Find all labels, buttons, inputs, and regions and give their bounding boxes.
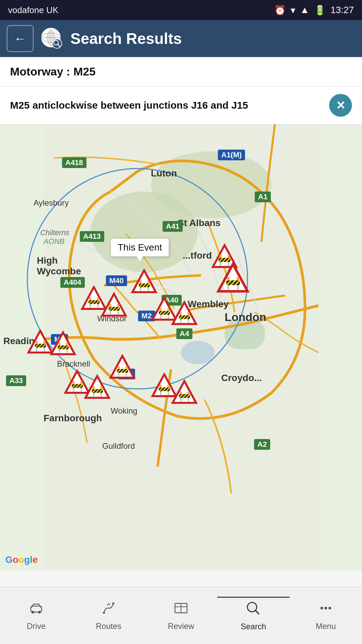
page-title: Search Results xyxy=(70,30,182,48)
svg-text:🚧: 🚧 xyxy=(57,341,70,354)
construction-sign-12[interactable]: 🚧 xyxy=(84,374,111,401)
svg-text:🚧: 🚧 xyxy=(158,383,171,395)
search-nav-icon xyxy=(246,601,261,619)
svg-text:🚧: 🚧 xyxy=(178,311,191,323)
road-badge-a33: A33 xyxy=(6,375,26,386)
status-icons: ⏰ ▾ ▲ 🔋 13:27 xyxy=(274,5,354,16)
svg-text:🚧: 🚧 xyxy=(158,307,171,319)
routes-icon xyxy=(101,601,116,619)
menu-icon xyxy=(318,601,333,619)
svg-text:🚧: 🚧 xyxy=(71,380,84,392)
construction-sign-7[interactable]: 🚧 xyxy=(101,292,127,319)
close-icon: ✕ xyxy=(336,99,345,112)
carrier-label: vodafone UK xyxy=(8,5,58,15)
svg-point-41 xyxy=(38,611,41,613)
svg-text:🚧: 🚧 xyxy=(108,303,121,315)
road-badge-a1m: A1(M) xyxy=(218,150,245,160)
info-text: M25 anticlockwise between junctions J16 … xyxy=(10,98,329,112)
bottom-nav: Drive Routes Review xyxy=(0,587,362,644)
time-label: 13:27 xyxy=(330,5,354,15)
alarm-icon: ⏰ xyxy=(274,5,286,16)
svg-text:🚧: 🚧 xyxy=(225,275,241,290)
construction-sign-10[interactable]: 🚧 xyxy=(109,354,136,381)
header: ← Search Results xyxy=(0,20,362,57)
road-badge-a1: A1 xyxy=(255,192,271,202)
wifi-icon: ▾ xyxy=(291,5,295,16)
status-bar: vodafone UK ⏰ ▾ ▲ 🔋 13:27 xyxy=(0,0,362,20)
nav-label-menu: Menu xyxy=(316,622,336,631)
svg-point-48 xyxy=(249,604,255,610)
map-container[interactable]: Luton Aylesbury St Albans Chilterns AONB… xyxy=(0,124,362,571)
event-tooltip[interactable]: This Event xyxy=(111,238,169,257)
svg-point-50 xyxy=(320,607,323,609)
motorway-prefix: Motorway : xyxy=(10,65,73,78)
nav-label-review: Review xyxy=(168,622,194,631)
nav-item-menu[interactable]: Menu xyxy=(290,597,362,634)
motorway-value: M25 xyxy=(73,65,96,78)
road-badge-a2: A2 xyxy=(254,439,270,450)
construction-sign-2[interactable]: 🚧 xyxy=(216,262,250,296)
back-icon: ← xyxy=(14,32,26,46)
signal-icon: ▲ xyxy=(300,5,309,15)
nav-item-routes[interactable]: Routes xyxy=(72,597,145,634)
svg-text:🚧: 🚧 xyxy=(138,279,151,291)
construction-sign-9[interactable]: 🚧 xyxy=(50,331,76,358)
svg-text:🚧: 🚧 xyxy=(178,390,191,402)
construction-sign-5[interactable]: 🚧 xyxy=(171,301,198,327)
construction-sign-14[interactable]: 🚧 xyxy=(171,379,198,406)
svg-point-10 xyxy=(181,341,215,364)
review-icon xyxy=(174,601,188,619)
battery-icon: 🔋 xyxy=(314,5,326,16)
svg-point-51 xyxy=(324,607,327,609)
event-tooltip-text: This Event xyxy=(118,242,162,253)
info-bar: M25 anticlockwise between junctions J16 … xyxy=(0,87,362,124)
road-badge-m40: M40 xyxy=(106,275,127,286)
nav-item-search[interactable]: Search xyxy=(217,597,290,635)
back-button[interactable]: ← xyxy=(7,25,34,52)
road-badge-a4: A4 xyxy=(176,328,192,339)
nav-label-routes: Routes xyxy=(96,622,121,631)
svg-text:🚧: 🚧 xyxy=(116,365,129,377)
svg-point-40 xyxy=(32,611,34,613)
nav-label-drive: Drive xyxy=(27,622,46,631)
svg-text:🚧: 🚧 xyxy=(88,296,101,308)
drive-icon xyxy=(29,601,44,619)
google-logo: Google xyxy=(5,554,38,565)
svg-point-43 xyxy=(112,602,114,604)
nav-label-search: Search xyxy=(241,622,266,631)
close-button[interactable]: ✕ xyxy=(329,94,352,117)
svg-text:🚧: 🚧 xyxy=(91,385,104,397)
svg-text:🚧: 🚧 xyxy=(34,340,47,352)
nav-item-drive[interactable]: Drive xyxy=(0,597,72,634)
nav-item-review[interactable]: Review xyxy=(145,597,217,634)
svg-point-52 xyxy=(328,607,331,609)
app-logo xyxy=(40,27,64,50)
svg-line-49 xyxy=(255,610,259,614)
road-badge-a413: A413 xyxy=(80,231,104,242)
svg-point-42 xyxy=(103,612,105,614)
road-badge-a418: A418 xyxy=(62,157,86,168)
road-badge-a41: A41 xyxy=(163,221,183,232)
motorway-label: Motorway : M25 xyxy=(0,57,362,87)
construction-sign-3[interactable]: 🚧 xyxy=(131,269,158,296)
